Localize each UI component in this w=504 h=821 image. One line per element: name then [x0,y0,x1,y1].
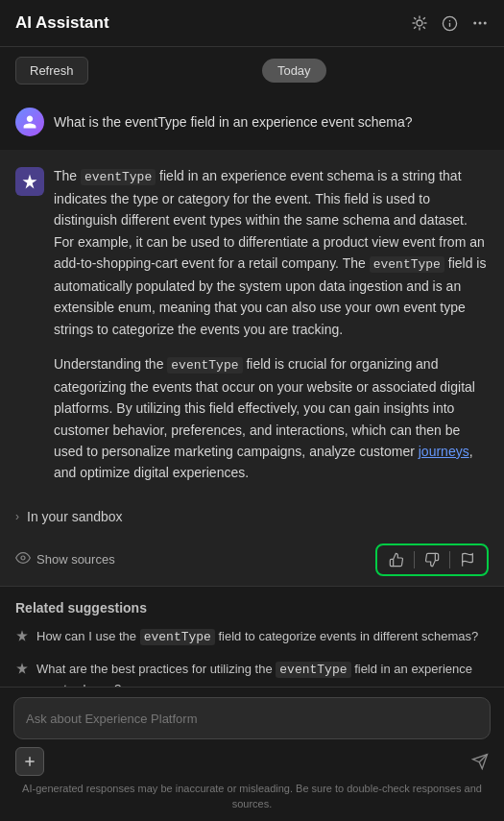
show-sources-label: Show sources [36,552,115,567]
info-icon[interactable] [442,15,458,32]
svg-line-4 [423,27,425,29]
suggestions-title: Related suggestions [15,600,489,616]
ai-paragraph-1: The eventType field in an experience eve… [54,165,489,340]
add-attachment-button[interactable] [15,747,44,776]
svg-point-14 [484,22,487,25]
header-icon-group [411,14,489,32]
send-button[interactable] [471,753,489,770]
chevron-right-icon: › [15,510,19,523]
feedback-button-group [375,543,489,576]
show-sources-button[interactable]: Show sources [15,550,115,568]
suggestion-star-icon-1 [15,629,29,645]
disclaimer-text: AI-generated responses may be inaccurate… [13,782,491,815]
chat-input-actions [13,747,491,776]
suggestion-item-1[interactable]: How can I use the eventType field to cat… [15,627,489,647]
user-message-block: What is the eventType field in an experi… [0,94,504,150]
svg-line-3 [414,17,416,19]
ai-text-content: The eventType field in an experience eve… [54,165,489,484]
user-avatar [15,108,44,136]
suggestion-text-1: How can I use the eventType field to cat… [36,627,478,647]
toolbar: Refresh Today [0,47,504,94]
journeys-link[interactable]: journeys [419,444,469,459]
more-options-icon[interactable] [471,14,489,32]
ai-response-block: The eventType field in an experience eve… [0,150,504,499]
actions-row: Show sources [0,534,504,587]
eye-icon [15,550,31,568]
flag-button[interactable] [452,548,483,571]
ai-paragraph-2: Understanding the eventType field is cru… [54,353,489,484]
svg-point-13 [479,22,482,25]
feedback-divider-1 [414,551,415,568]
sandbox-label: In your sandbox [27,509,123,524]
suggestion-code-2: eventType [276,662,350,678]
sandbox-section: › In your sandbox [0,499,504,534]
app-title: AI Assistant [15,13,109,33]
svg-point-0 [417,20,422,26]
settings-icon[interactable] [411,14,428,32]
thumbs-down-button[interactable] [417,548,447,571]
chat-input-box: Ask about Experience Platform [13,697,491,739]
svg-line-8 [423,17,425,19]
svg-line-7 [414,27,416,29]
svg-point-15 [21,556,25,560]
user-question-text: What is the eventType field in an experi… [54,108,413,133]
refresh-button[interactable]: Refresh [15,57,88,85]
svg-point-12 [473,22,476,25]
thumbs-up-button[interactable] [381,548,412,571]
ai-avatar [15,167,44,196]
chat-input-placeholder[interactable]: Ask about Experience Platform [26,712,197,726]
code-eventType-3: eventType [167,357,242,374]
feedback-divider-2 [449,551,450,568]
suggestion-code-1: eventType [140,629,215,645]
suggestion-star-icon-2 [15,662,29,678]
header: AI Assistant [0,0,504,47]
code-eventType-2: eventType [370,256,444,273]
sandbox-row[interactable]: › In your sandbox [15,509,489,524]
chat-input-area: Ask about Experience Platform AI-generat… [0,687,504,821]
code-eventType-1: eventType [81,169,156,185]
today-badge: Today [262,59,326,83]
